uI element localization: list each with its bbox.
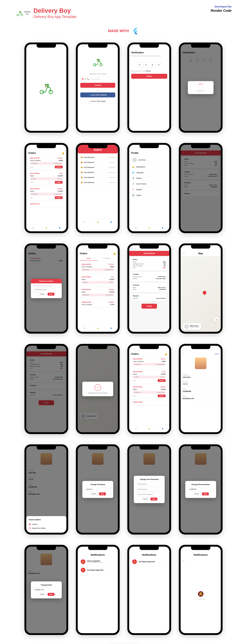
reject-modal: Reason for Reject Write a specific reaso… <box>31 279 62 298</box>
notification-item[interactable]: 🔔You Payout Approved! <box>131 558 167 566</box>
tab-active[interactable]: Active <box>80 256 98 260</box>
phone-map: ← Map ⊕ Allison PerryIs going to locatio… <box>179 244 223 334</box>
otp-inputs[interactable]: 5555 <box>131 62 167 68</box>
phone-map-congrats: Allison Perry ✓ Congratulations! Order C… <box>76 344 120 434</box>
accept-button[interactable]: Accept <box>142 304 157 308</box>
phone-change-email: Emailtest@abc.com Change Email Cancel Ok… <box>24 545 68 635</box>
phone-order-detail: OID123456789 Orders Deal 1$430 Top Regul… <box>127 244 171 334</box>
email-input[interactable] <box>33 588 59 592</box>
back-icon[interactable]: ← <box>183 252 185 255</box>
phone-change-phone: Change Phone Number Cancel Okay <box>179 444 223 534</box>
flutter-icon <box>131 27 139 35</box>
back-icon[interactable]: ← <box>131 559 134 562</box>
phone-signin: Signin with Phone Number 🇨🇦 +1 📞 Phone N… <box>76 42 120 133</box>
phone-earning: Earning $180.8 🍔Food Delivered2 hours ag… <box>76 143 120 233</box>
field-fullname[interactable]: Full NameJohn Doe <box>183 374 219 379</box>
cancel-button[interactable]: Cancel <box>38 293 46 296</box>
submit-button[interactable]: Submit <box>131 74 167 79</box>
order-card[interactable]: OID652347953 <box>28 202 64 207</box>
congrats-modal: ✓ Congratulations! Order Completed. <box>82 382 113 396</box>
earning-row: 🍔Food Delivered2 hours ago <box>80 180 116 185</box>
earning-row: 🍔Food Delivered2 hours ago <box>80 170 116 175</box>
profile-item-language[interactable]: 🌐Language <box>131 170 167 176</box>
option-gallery[interactable]: Upload from Gallery <box>29 526 64 530</box>
phone-notifications-single: ← Notifications 🔔You Payout Approved! <box>127 545 171 635</box>
name-input[interactable] <box>85 487 111 491</box>
verification-title: Verification <box>131 50 167 55</box>
okay-button[interactable]: Okay <box>48 593 54 596</box>
cancel-button[interactable]: Cancel <box>90 492 98 495</box>
back-icon[interactable]: ← <box>80 559 82 562</box>
google-button[interactable]: G Log in with Google <box>80 99 115 104</box>
old-password-input[interactable] <box>136 482 162 486</box>
profile-item-invite[interactable]: 🔗Invite Friends <box>131 181 167 187</box>
track-button[interactable]: Track <box>39 400 54 405</box>
field-email[interactable]: Emailtest@abc.com <box>183 396 219 400</box>
earning-row: 🍔Food Delivered2 hours ago <box>80 175 116 180</box>
cancel-button[interactable]: Cancel <box>38 593 46 596</box>
map-pin-icon <box>202 290 207 295</box>
cancel-button[interactable]: Cancel <box>141 498 149 500</box>
check-icon: ✓ <box>95 384 101 391</box>
phone-input[interactable]: 🇨🇦 +1 📞 Phone Number <box>80 77 115 81</box>
okay-button[interactable]: Okay <box>151 498 157 500</box>
confirm-password-input[interactable] <box>136 492 162 496</box>
svg-point-3 <box>19 12 20 13</box>
tab-earning[interactable]: 💰 <box>40 227 53 228</box>
phone-input[interactable] <box>188 487 214 491</box>
accept-button[interactable]: Accept <box>55 166 63 168</box>
phone-orders: Orders🔔 OID123456789Cooking Cash on Deli… <box>24 143 68 233</box>
okay-button[interactable]: Okay <box>99 492 106 495</box>
profile-item-support[interactable]: ❓Support <box>131 187 167 192</box>
bell-off-icon: 🔕 <box>198 591 204 597</box>
profile-item-notifications[interactable]: 🔔Notifications <box>131 164 167 170</box>
profile-user[interactable]: John Doe <box>131 156 167 164</box>
phone-orders-picking: Orders🔔 OID123456789PickingCash on Deliv… <box>127 344 171 434</box>
notification-item[interactable]: 🔔Order Completed!Order Completed Success… <box>80 558 116 566</box>
phone-profile-edit: ←Done Full NameJohn Doe Password********… <box>179 344 223 434</box>
phone-order-detail-dim: OID123456789 Orders Deal 1$430 Delivery … <box>179 143 223 233</box>
phone-profile: Profile John Doe 🔔Notifications 🌐Languag… <box>127 143 171 233</box>
avatar[interactable] <box>195 358 207 369</box>
cancel-button[interactable]: Cancel <box>193 492 201 495</box>
order-card[interactable]: OID123456789Cooking Cash on Delivery$ 8.… <box>28 156 64 170</box>
profile-item-setting[interactable]: ⚙️Setting <box>131 176 167 181</box>
tab-orders[interactable]: 📋 <box>26 227 40 228</box>
tab-profile[interactable]: 👤 <box>53 227 66 228</box>
signin-logo <box>91 55 104 68</box>
order-card[interactable]: OID457046521Cooking Payed$ 15.50 28 Mott… <box>28 186 64 200</box>
bell-icon[interactable]: 🔔 <box>113 252 116 255</box>
page-title: Delivery Boy <box>33 7 76 14</box>
back-icon[interactable]: ← <box>183 353 185 355</box>
phone-image-picker: Full NameJohn Doe Password******** Phone… <box>24 444 68 534</box>
bell-icon: 🔔 <box>81 568 85 572</box>
bell-icon[interactable]: 🔔 <box>165 353 167 355</box>
splash-logo <box>37 78 55 96</box>
developed-by: Developed By Render Code <box>211 5 232 12</box>
reject-reason-input[interactable] <box>33 288 59 291</box>
continue-button[interactable]: Continue <box>80 83 115 88</box>
send-button[interactable]: Send <box>48 293 54 296</box>
map-view[interactable]: ⊕ Allison PerryIs going to location Fini… <box>181 256 221 332</box>
notification-item[interactable]: 🔔You Payout Approved! <box>80 566 116 574</box>
done-link[interactable]: Done <box>215 353 219 355</box>
profile-item-logout[interactable]: ↪️Logout <box>131 192 167 198</box>
locate-icon[interactable]: ⊕ <box>214 318 219 322</box>
order-card[interactable]: OID123789654Late Payed$ 12.00 91 Opera→3… <box>28 171 64 185</box>
back-icon[interactable]: ← <box>183 559 185 562</box>
tab-completed[interactable]: Completed <box>98 256 116 260</box>
bottom-nav: 📋 💰 👤 <box>26 224 66 231</box>
okay-button[interactable]: Okay <box>202 492 209 495</box>
field-phone[interactable]: Phone123456789 <box>183 388 219 393</box>
field-password[interactable]: Password******** <box>183 382 219 386</box>
option-camera[interactable]: Camera <box>29 522 64 526</box>
phone-change-password: Change Your Password Cancel Okay <box>127 444 171 534</box>
map-user-card: Allison PerryIs going to location <box>183 323 201 330</box>
facebook-button[interactable]: 📘 Log in with Facebook <box>80 92 115 97</box>
change-email-modal: Change Email Cancel Okay <box>31 582 62 598</box>
image-picker-sheet: Choose Option Camera Upload from Gallery <box>26 516 66 533</box>
bell-icon[interactable]: 🔔 <box>62 152 64 154</box>
new-password-input[interactable] <box>136 487 162 491</box>
page-subtitle: Delivery Boy App Template <box>33 15 76 19</box>
resend-link[interactable]: Resend <box>146 70 150 72</box>
